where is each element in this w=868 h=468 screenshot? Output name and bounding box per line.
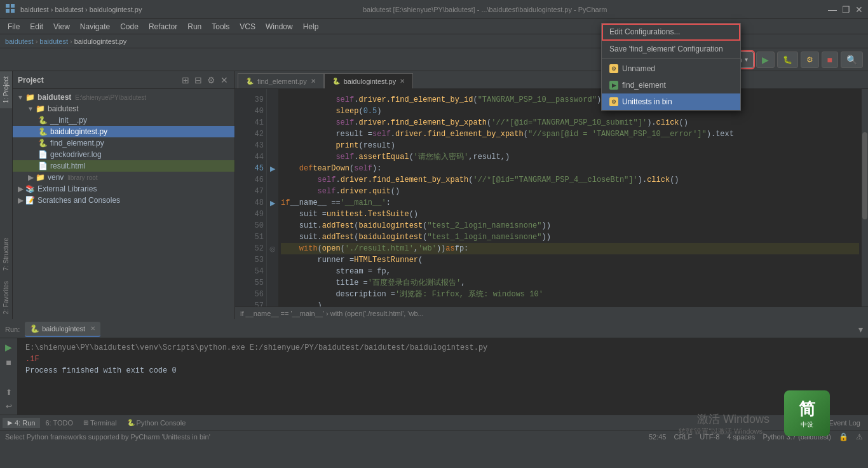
menu-vcs[interactable]: VCS: [234, 20, 261, 33]
statusbar: Select Python frameworks supported by Py…: [0, 430, 868, 443]
tab-find-element-close[interactable]: ✕: [311, 78, 316, 85]
tab-baidulogintest-icon: 🐍: [332, 78, 340, 85]
menu-tools[interactable]: Tools: [207, 20, 234, 33]
tree-baidutest-folder[interactable]: ▾ 📁 baidutest: [13, 103, 234, 114]
run-config-tab[interactable]: 🐍 baidulogintest ✕: [25, 322, 100, 337]
maximize-button[interactable]: ❐: [842, 4, 850, 15]
line-numbers: 39 40 41 42 43 44 45 46 47 48 49 50 51 5…: [235, 89, 267, 306]
menu-navigate[interactable]: Navigate: [75, 20, 115, 33]
coverage-button[interactable]: ⚙: [801, 52, 819, 68]
editor-scrollbar[interactable]: [862, 89, 868, 306]
sidebar-tab-favorites[interactable]: 2: Favorites: [0, 276, 12, 319]
tree-venv-arrow: ▶: [25, 173, 36, 182]
code-content[interactable]: self.driver.find_element_by_id("TANGRAM_…: [278, 89, 862, 306]
tree-init-py[interactable]: 🐍 __init__.py: [13, 114, 234, 126]
menu-code[interactable]: Code: [115, 20, 144, 33]
editor-scrollbar-thumb[interactable]: [862, 132, 867, 219]
tree-venv[interactable]: ▶ 📁 venv library root: [13, 172, 234, 183]
run-toolbar: ▶ ■ ⬆ ↩: [0, 338, 18, 415]
unittests-config-item[interactable]: ⚙ Unittests in bin: [602, 93, 740, 110]
title-text: baidutest [E:\shienyue\PY\baidutest] - .…: [142, 6, 828, 13]
tree-baidulogintest-py[interactable]: 🐍 baidulogintest.py: [13, 126, 234, 137]
tab-baidulogintest-label: baidulogintest.py: [344, 78, 397, 85]
edit-configurations-item[interactable]: Edit Configurations...: [602, 24, 740, 41]
tree-find-element-py[interactable]: 🐍 find_element.py: [13, 137, 234, 149]
taskbar: ▶ 4: Run 6: TODO ⊞ Terminal 🐍 Python Con…: [0, 415, 868, 430]
breadcrumb-part3[interactable]: baidulogintest.py: [74, 38, 127, 45]
tree-baidulogintest-icon: 🐍: [38, 127, 48, 136]
breadcrumb-part1[interactable]: baidutest: [5, 38, 34, 45]
breadcrumb-part2[interactable]: baidutest: [39, 38, 68, 45]
unnamed-config-icon: ⚙: [609, 64, 618, 73]
subfolder-icon: 📁: [36, 104, 45, 113]
project-settings-icon[interactable]: ⚙: [206, 74, 217, 86]
window-controls: — ❐ ✕: [828, 4, 863, 15]
run-stop-btn[interactable]: ■: [4, 356, 12, 369]
code-line-53: runner = HTMLTestRunner(: [281, 254, 859, 266]
run-wrap-btn[interactable]: ↩: [4, 401, 13, 412]
project-collapse-icon[interactable]: ⊟: [193, 74, 203, 86]
tree-scratches-label: Scratches and Consoles: [37, 196, 120, 205]
status-crlf[interactable]: CRLF: [674, 433, 692, 441]
code-line-55: title = '百度登录自动化测试报告',: [281, 277, 859, 289]
tab-find-element[interactable]: 🐍 find_element.py ✕: [238, 73, 324, 88]
task-python-console-icon: 🐍: [127, 419, 135, 426]
task-event-log-btn[interactable]: Event Log: [824, 418, 865, 428]
task-terminal-btn[interactable]: ⊞ Terminal: [78, 418, 122, 428]
run-config-tab-label: baidulogintest: [42, 325, 85, 333]
task-run-btn[interactable]: ▶ 4: Run: [3, 418, 40, 428]
tree-scratches[interactable]: ▶ 📝 Scratches and Consoles: [13, 195, 234, 206]
menu-edit[interactable]: Edit: [25, 20, 48, 33]
status-encoding[interactable]: UTF-8: [700, 433, 719, 441]
project-close-icon[interactable]: ✕: [219, 74, 229, 86]
task-python-console-btn[interactable]: 🐍 Python Console: [122, 418, 191, 428]
stop-button[interactable]: ■: [822, 52, 838, 68]
menu-help[interactable]: Help: [298, 20, 324, 33]
line-num-43: 43: [238, 140, 264, 151]
run-play-btn[interactable]: ▶: [4, 341, 13, 354]
run-scroll-top-btn[interactable]: ⬆: [4, 387, 13, 398]
line-num-42: 42: [238, 128, 264, 140]
close-button[interactable]: ✕: [855, 4, 863, 15]
tree-root-label: baidutest: [37, 93, 71, 102]
sidebar-tab-project[interactable]: 1: Project: [0, 71, 12, 108]
tree-geckodriver-label: geckodriver.log: [50, 150, 102, 159]
line-num-55: 55: [238, 277, 264, 289]
find-element-config-item[interactable]: ▶ find_element: [602, 77, 740, 93]
tree-root[interactable]: ▾ 📁 baidutest E:\shienyue\PY\baidutest: [13, 92, 234, 103]
tab-baidulogintest[interactable]: 🐍 baidulogintest.py ✕: [324, 73, 414, 88]
line-num-40: 40: [238, 106, 264, 117]
line-num-45: 45: [238, 163, 264, 174]
debug-button[interactable]: 🐛: [777, 52, 798, 68]
task-run-label: 4: Run: [15, 419, 35, 427]
code-editor[interactable]: 39 40 41 42 43 44 45 46 47 48 49 50 51 5…: [235, 89, 868, 306]
unnamed-config-item[interactable]: ⚙ Unnamed: [602, 60, 740, 77]
menu-run[interactable]: Run: [182, 20, 207, 33]
project-new-dir-icon[interactable]: ⊞: [180, 74, 191, 86]
menu-file[interactable]: File: [3, 20, 25, 33]
run-panel-resize[interactable]: ▾: [858, 324, 863, 334]
breadcrumb-sep2: ›: [70, 38, 72, 45]
svg-rect-4: [11, 9, 15, 13]
run-button[interactable]: ▶: [756, 52, 775, 68]
tree-external-libs[interactable]: ▶ 📚 External Libraries: [13, 183, 234, 195]
tree-geckodriver-log[interactable]: 📄 geckodriver.log: [13, 149, 234, 160]
run-config-tab-close[interactable]: ✕: [90, 325, 95, 332]
unnamed-config-label: Unnamed: [622, 64, 655, 73]
task-todo-btn[interactable]: 6: TODO: [40, 418, 78, 428]
tab-baidulogintest-close[interactable]: ✕: [400, 78, 405, 85]
config-dropdown: Edit Configurations... Save 'find_elemen…: [601, 23, 741, 111]
status-indent[interactable]: 4 spaces: [727, 433, 755, 441]
tree-result-html[interactable]: 📄 result.html: [13, 160, 234, 172]
line-num-44: 44: [238, 151, 264, 163]
line-num-54: 54: [238, 266, 264, 277]
minimize-button[interactable]: —: [828, 4, 837, 15]
tree-find-element-label: find_element.py: [50, 139, 104, 148]
sidebar-tab-structure[interactable]: 7: Structure: [0, 233, 12, 276]
tree-venv-label: venv: [48, 173, 64, 182]
save-config-item[interactable]: Save 'find_element' Configuration: [602, 41, 740, 57]
menu-view[interactable]: View: [48, 20, 75, 33]
menu-refactor[interactable]: Refactor: [144, 20, 182, 33]
menu-window[interactable]: Window: [261, 20, 298, 33]
search-button[interactable]: 🔍: [841, 52, 863, 68]
